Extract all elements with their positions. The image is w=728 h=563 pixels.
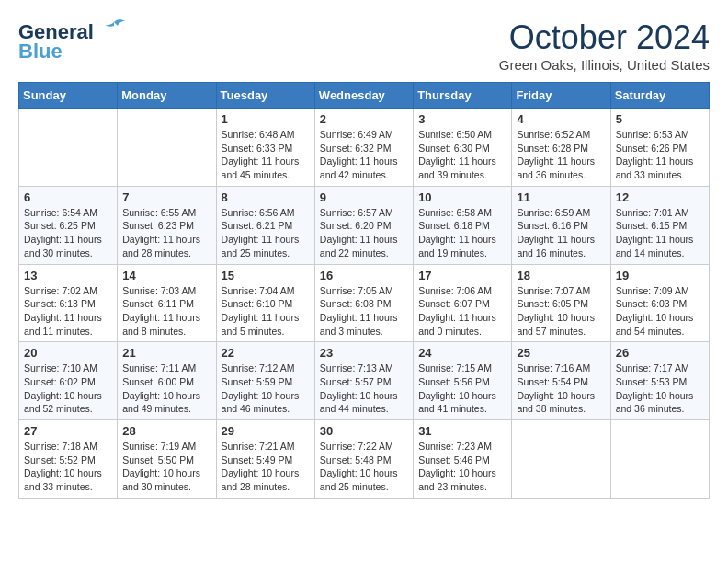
day-number: 26 (616, 346, 704, 360)
cell-line: Sunset: 5:48 PM (320, 454, 392, 465)
cell-line: Sunrise: 6:49 AM (320, 129, 393, 140)
day-number: 17 (418, 269, 506, 282)
calendar-cell: 29Sunrise: 7:21 AMSunset: 5:49 PMDayligh… (216, 420, 314, 499)
cell-content: Sunrise: 6:54 AMSunset: 6:25 PMDaylight:… (24, 206, 112, 260)
day-number: 28 (122, 424, 210, 438)
cell-line: Daylight: 11 hours and 33 minutes. (616, 155, 694, 180)
cell-content: Sunrise: 7:21 AMSunset: 5:49 PMDaylight:… (222, 440, 310, 494)
cell-line: Sunrise: 7:09 AM (616, 285, 689, 296)
cell-line: Sunrise: 7:22 AM (320, 441, 393, 452)
calendar-header-sunday: Sunday (19, 83, 118, 109)
cell-content: Sunrise: 7:05 AMSunset: 6:08 PMDaylight:… (320, 284, 408, 339)
cell-content: Sunrise: 7:12 AMSunset: 5:59 PMDaylight:… (222, 362, 310, 416)
calendar-cell: 12Sunrise: 7:01 AMSunset: 6:15 PMDayligh… (610, 186, 709, 264)
logo: General Blue (18, 18, 127, 63)
cell-content: Sunrise: 7:19 AMSunset: 5:50 PMDaylight:… (122, 440, 210, 494)
cell-line: Sunrise: 7:15 AM (418, 362, 492, 373)
calendar-cell: 3Sunrise: 6:50 AMSunset: 6:30 PMDaylight… (414, 109, 512, 187)
cell-content: Sunrise: 7:10 AMSunset: 6:02 PMDaylight:… (24, 362, 112, 416)
day-number: 29 (222, 424, 310, 438)
calendar-cell: 23Sunrise: 7:13 AMSunset: 5:57 PMDayligh… (314, 342, 413, 420)
cell-content: Sunrise: 7:16 AMSunset: 5:54 PMDaylight:… (517, 362, 605, 416)
day-number: 10 (418, 190, 506, 204)
calendar-cell: 31Sunrise: 7:23 AMSunset: 5:46 PMDayligh… (414, 420, 512, 499)
cell-line: Daylight: 11 hours and 5 minutes. (222, 312, 300, 337)
calendar-cell (19, 109, 118, 187)
day-number: 19 (616, 269, 704, 282)
calendar-cell: 28Sunrise: 7:19 AMSunset: 5:50 PMDayligh… (118, 420, 216, 499)
cell-line: Sunrise: 6:57 AM (320, 207, 393, 218)
calendar-cell (118, 109, 216, 187)
cell-line: Sunrise: 7:16 AM (517, 362, 590, 373)
cell-line: Sunset: 5:56 PM (418, 376, 490, 387)
day-number: 14 (122, 269, 210, 282)
cell-line: Sunrise: 6:59 AM (517, 207, 590, 218)
cell-line: Daylight: 10 hours and 28 minutes. (222, 467, 300, 492)
calendar-cell: 6Sunrise: 6:54 AMSunset: 6:25 PMDaylight… (19, 186, 118, 264)
calendar-cell: 19Sunrise: 7:09 AMSunset: 6:03 PMDayligh… (610, 264, 709, 342)
cell-line: Daylight: 10 hours and 41 minutes. (418, 390, 496, 415)
day-number: 4 (517, 112, 605, 126)
cell-line: Sunset: 6:03 PM (616, 298, 688, 309)
cell-line: Sunset: 6:05 PM (517, 298, 588, 309)
calendar-header-monday: Monday (118, 83, 216, 109)
cell-line: Daylight: 11 hours and 0 minutes. (418, 312, 496, 337)
cell-content: Sunrise: 7:22 AMSunset: 5:48 PMDaylight:… (320, 440, 408, 494)
logo-blue: Blue (18, 40, 63, 63)
cell-content: Sunrise: 6:58 AMSunset: 6:18 PMDaylight:… (418, 206, 506, 260)
cell-line: Sunset: 6:33 PM (222, 143, 293, 154)
day-number: 30 (320, 424, 408, 438)
cell-content: Sunrise: 7:13 AMSunset: 5:57 PMDaylight:… (320, 362, 408, 416)
cell-line: Sunrise: 6:52 AM (517, 129, 590, 140)
cell-line: Sunrise: 6:53 AM (616, 129, 689, 140)
cell-line: Daylight: 11 hours and 28 minutes. (122, 234, 200, 259)
cell-content: Sunrise: 7:15 AMSunset: 5:56 PMDaylight:… (418, 362, 506, 416)
month-title: October 2024 (499, 18, 710, 57)
day-number: 8 (222, 190, 310, 204)
cell-line: Daylight: 11 hours and 8 minutes. (122, 312, 200, 337)
day-number: 1 (222, 112, 310, 126)
cell-content: Sunrise: 7:03 AMSunset: 6:11 PMDaylight:… (122, 284, 210, 339)
day-number: 20 (24, 346, 112, 360)
cell-line: Sunset: 6:26 PM (616, 143, 688, 154)
cell-content: Sunrise: 6:57 AMSunset: 6:20 PMDaylight:… (320, 206, 408, 260)
cell-line: Sunrise: 7:06 AM (418, 285, 492, 296)
calendar-cell: 1Sunrise: 6:48 AMSunset: 6:33 PMDaylight… (216, 109, 314, 187)
cell-line: Sunset: 6:15 PM (616, 220, 688, 231)
cell-line: Sunset: 6:07 PM (418, 298, 490, 309)
cell-content: Sunrise: 7:18 AMSunset: 5:52 PMDaylight:… (24, 440, 112, 494)
cell-line: Sunset: 6:32 PM (320, 143, 392, 154)
cell-line: Sunset: 6:10 PM (222, 298, 293, 309)
calendar-cell: 17Sunrise: 7:06 AMSunset: 6:07 PMDayligh… (414, 264, 512, 342)
calendar-cell: 5Sunrise: 6:53 AMSunset: 6:26 PMDaylight… (610, 109, 709, 187)
page-header: General Blue October 2024 Green Oaks, Il… (18, 18, 710, 73)
cell-line: Sunset: 6:16 PM (517, 220, 588, 231)
cell-line: Sunset: 6:25 PM (24, 220, 96, 231)
calendar-cell: 11Sunrise: 6:59 AMSunset: 6:16 PMDayligh… (512, 186, 610, 264)
cell-line: Daylight: 10 hours and 38 minutes. (517, 390, 595, 415)
cell-line: Sunset: 6:28 PM (517, 143, 588, 154)
calendar-cell: 8Sunrise: 6:56 AMSunset: 6:21 PMDaylight… (216, 186, 314, 264)
day-number: 11 (517, 190, 605, 204)
calendar-cell: 30Sunrise: 7:22 AMSunset: 5:48 PMDayligh… (314, 420, 413, 499)
cell-line: Sunrise: 7:13 AM (320, 362, 393, 373)
cell-line: Daylight: 10 hours and 54 minutes. (616, 312, 694, 337)
calendar-header-row: SundayMondayTuesdayWednesdayThursdayFrid… (19, 83, 710, 109)
day-number: 22 (222, 346, 310, 360)
location: Green Oaks, Illinois, United States (499, 57, 710, 73)
cell-line: Sunset: 6:13 PM (24, 298, 96, 309)
title-section: October 2024 Green Oaks, Illinois, Unite… (499, 18, 710, 73)
cell-content: Sunrise: 7:04 AMSunset: 6:10 PMDaylight:… (222, 284, 310, 339)
cell-line: Daylight: 10 hours and 30 minutes. (122, 467, 200, 492)
calendar-cell: 14Sunrise: 7:03 AMSunset: 6:11 PMDayligh… (118, 264, 216, 342)
cell-line: Daylight: 11 hours and 16 minutes. (517, 234, 595, 259)
cell-line: Sunset: 6:00 PM (122, 376, 194, 387)
cell-content: Sunrise: 6:55 AMSunset: 6:23 PMDaylight:… (122, 206, 210, 260)
day-number: 24 (418, 346, 506, 360)
cell-line: Sunset: 5:53 PM (616, 376, 688, 387)
cell-line: Daylight: 11 hours and 45 minutes. (222, 155, 300, 180)
calendar-cell: 18Sunrise: 7:07 AMSunset: 6:05 PMDayligh… (512, 264, 610, 342)
calendar-cell: 9Sunrise: 6:57 AMSunset: 6:20 PMDaylight… (314, 186, 413, 264)
day-number: 27 (24, 424, 112, 438)
cell-line: Daylight: 10 hours and 52 minutes. (24, 390, 102, 415)
